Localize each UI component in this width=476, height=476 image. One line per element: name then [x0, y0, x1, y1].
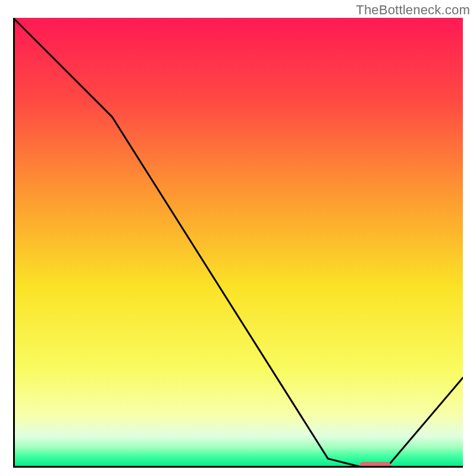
- watermark-text: TheBottleneck.com: [356, 2, 470, 18]
- bottleneck-chart: [13, 18, 463, 468]
- chart-svg: [13, 18, 463, 468]
